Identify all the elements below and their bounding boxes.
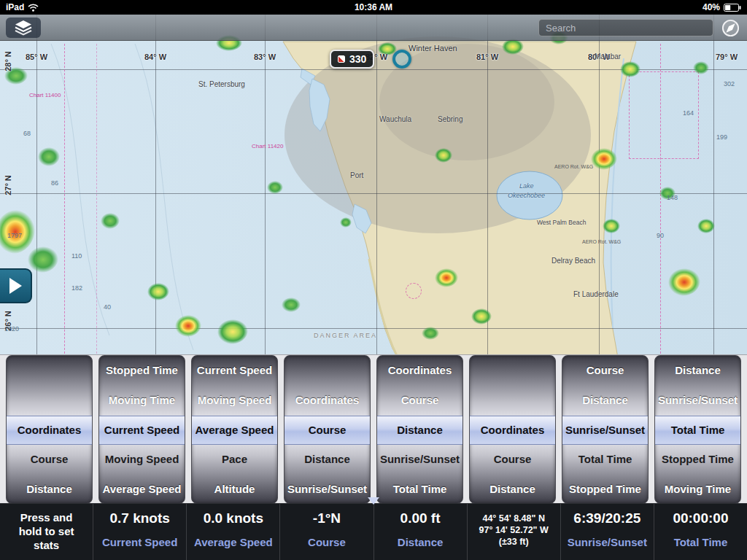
picker-item-selected: Course xyxy=(285,416,370,446)
picker-item xyxy=(470,386,555,416)
compass-button[interactable] xyxy=(719,18,741,38)
place-label: Port xyxy=(350,171,363,179)
depth-sounding: 148 xyxy=(667,194,678,201)
place-label: Delray Beach xyxy=(551,257,595,265)
stat-picker-column-1[interactable]: Coordinates Course Distance xyxy=(6,355,93,504)
coordinate-line: 44° 54' 8.48" N xyxy=(468,513,560,524)
compass-icon xyxy=(721,18,740,38)
depth-sounding: 164 xyxy=(683,109,694,117)
stat-cell-course[interactable]: -1°N Course xyxy=(280,504,374,560)
restricted-area-circle xyxy=(406,283,422,299)
picker-item: Average Speed xyxy=(99,475,185,504)
stat-picker-column-8[interactable]: Distance Sunrise/Sunset Total Time Stopp… xyxy=(654,355,741,504)
stats-bar: Press and hold to set stats 0.7 knots Cu… xyxy=(0,503,747,560)
picker-item: Total Time xyxy=(562,445,648,475)
depth-sounding: 68 xyxy=(23,130,31,137)
picker-item: Coordinates xyxy=(377,356,462,386)
picker-item: Stopped Time xyxy=(562,475,648,504)
picker-item: Course xyxy=(377,386,462,416)
depth-sounding: 1797 xyxy=(7,232,22,239)
stat-label: Course xyxy=(280,536,373,548)
app-screen: 85° W 84° W 83° W 82° W 81° W 80° W 79° … xyxy=(0,0,747,560)
place-label: Sebring xyxy=(438,115,462,123)
picker-item: Moving Time xyxy=(655,475,740,504)
place-label: Malabar xyxy=(595,52,621,61)
picker-item: Altitude xyxy=(192,475,277,504)
picker-item xyxy=(470,356,555,386)
picker-item: Sunrise/Sunset xyxy=(377,445,462,475)
picker-item: Course xyxy=(470,445,555,475)
picker-item: Course xyxy=(7,445,92,475)
latitude-label: 28° N xyxy=(4,46,12,77)
stat-value: 00:00:00 xyxy=(654,510,747,526)
stat-picker-column-2[interactable]: Stopped Time Moving Time Current Speed M… xyxy=(98,355,185,504)
coordinate-accuracy: (±33 ft) xyxy=(468,536,560,548)
picker-item: Course xyxy=(562,356,648,386)
playback-button[interactable] xyxy=(0,268,32,303)
stat-picker-column-6[interactable]: Coordinates Course Distance xyxy=(469,355,556,504)
longitude-label: 84° W xyxy=(144,52,166,61)
stat-value: 6:39/20:25 xyxy=(561,510,654,526)
stat-cell-instructions[interactable]: Press and hold to set stats xyxy=(0,504,93,560)
picker-item: Sunrise/Sunset xyxy=(655,386,740,416)
stat-label: Average Speed xyxy=(187,536,279,548)
depth-sounding: 199 xyxy=(716,133,727,141)
picker-item: Distance xyxy=(470,475,555,504)
picker-item: Pace xyxy=(192,445,277,475)
depth-sounding: 40 xyxy=(104,303,111,311)
stat-picker-column-5[interactable]: Coordinates Course Distance Sunrise/Suns… xyxy=(376,355,463,504)
place-label: Lake xyxy=(519,182,534,190)
picker-item: Distance xyxy=(655,356,740,386)
stat-cell-coordinates[interactable]: 44° 54' 8.48" N 97° 14' 52.72" W (±33 ft… xyxy=(468,504,561,560)
stat-cell-average-speed[interactable]: 0.0 knots Average Speed xyxy=(187,504,280,560)
stats-hint: Press and hold to set stats xyxy=(0,510,93,552)
picker-item-selected: Coordinates xyxy=(470,416,555,446)
status-time: 10:36 AM xyxy=(0,2,747,12)
stat-label: Current Speed xyxy=(93,536,186,548)
stat-picker-column-7[interactable]: Course Distance Sunrise/Sunset Total Tim… xyxy=(562,355,649,504)
picker-item-selected: Total Time xyxy=(655,416,740,446)
picker-item-selected: Current Speed xyxy=(99,416,185,446)
status-bar: iPad 10:36 AM 40% xyxy=(0,0,747,15)
chart-number-label: Chart 11400 xyxy=(29,92,61,98)
picker-item-selected: Distance xyxy=(377,416,462,446)
coordinate-line: 97° 14' 52.72" W xyxy=(468,524,560,536)
stat-picker-column-3[interactable]: Current Speed Moving Speed Average Speed… xyxy=(191,355,278,504)
danger-area-label: DANGER AREA xyxy=(314,332,377,339)
layers-button[interactable] xyxy=(6,18,41,38)
stat-cell-total-time[interactable]: 00:00:00 Total Time xyxy=(654,504,747,560)
gridline xyxy=(0,328,747,329)
picker-item: Distance xyxy=(562,386,648,416)
picker-item-selected: Sunrise/Sunset xyxy=(562,416,648,446)
stat-value: 0.0 knots xyxy=(187,510,279,526)
longitude-label: 81° W xyxy=(476,52,498,61)
gridline xyxy=(0,193,747,194)
picker-item-selected: Coordinates xyxy=(7,416,92,446)
search-input[interactable] xyxy=(538,19,713,36)
stat-label: Sunrise/Sunset xyxy=(561,536,654,548)
longitude-label: 79° W xyxy=(716,52,738,61)
picker-item xyxy=(7,356,92,386)
play-icon xyxy=(9,278,30,294)
picker-item: Stopped Time xyxy=(99,356,185,386)
place-label: Wauchula xyxy=(379,115,411,123)
picker-item: Stopped Time xyxy=(655,445,740,475)
chart-number-label: Chart 11420 xyxy=(252,143,283,149)
longitude-label: 83° W xyxy=(254,52,276,61)
depth-sounding: 1820 xyxy=(4,325,19,332)
place-label: Okeechobee xyxy=(508,192,545,199)
picker-item: Moving Speed xyxy=(99,445,185,475)
stat-picker-column-4[interactable]: Coordinates Course Distance Sunrise/Suns… xyxy=(284,355,371,504)
stat-cell-sunrise-sunset[interactable]: 6:39/20:25 Sunrise/Sunset xyxy=(561,504,654,560)
place-label: Winter Haven xyxy=(409,44,457,52)
place-label: St. Petersburg xyxy=(198,80,245,88)
stat-value: 0.7 knots xyxy=(93,510,186,526)
place-label: West Palm Beach xyxy=(537,219,586,226)
stat-cell-current-speed[interactable]: 0.7 knots Current Speed xyxy=(93,504,187,560)
stat-cell-distance[interactable]: 0.00 ft Distance xyxy=(374,504,468,560)
boat-position-ring xyxy=(392,50,411,69)
picker-item-selected: Average Speed xyxy=(192,416,277,446)
picker-item: Coordinates xyxy=(285,386,370,416)
picker-item: Distance xyxy=(285,445,370,475)
place-label: Ft Lauderdale xyxy=(573,290,619,298)
